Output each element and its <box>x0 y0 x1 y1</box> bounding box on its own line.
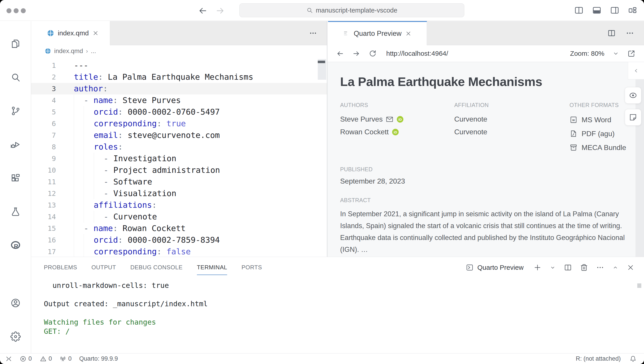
account-icon[interactable] <box>0 286 31 320</box>
source-control-icon[interactable] <box>0 94 31 128</box>
toggle-secondary-sidebar-icon[interactable] <box>610 6 620 15</box>
terminal-selector[interactable]: Quarto Preview <box>466 263 524 271</box>
code-text: orcid: 0000-0002-0760-5497 <box>63 106 220 118</box>
preview-url[interactable]: http://localhost:4964/ <box>386 50 448 57</box>
svg-text:w: w <box>572 118 575 122</box>
code-line[interactable]: 14 - Curvenote <box>31 211 327 222</box>
open-external-icon[interactable] <box>627 50 636 58</box>
panel-more-actions-icon[interactable] <box>596 263 604 271</box>
r-language-icon[interactable]: R <box>0 228 31 262</box>
code-line[interactable]: 15 - name: Rowan Cockett <box>31 222 327 234</box>
indent-guide <box>74 129 84 141</box>
close-preview-tab-icon[interactable] <box>405 30 412 37</box>
preview-forward-icon[interactable] <box>352 50 360 58</box>
annotate-button[interactable] <box>625 109 641 126</box>
customize-layout-icon[interactable] <box>628 6 637 15</box>
code-editor[interactable]: 1---2title: La Palma Earthquake Mechanis… <box>31 57 327 257</box>
explorer-icon[interactable] <box>0 27 31 61</box>
tab-index-qmd[interactable]: index.qmd <box>36 21 110 45</box>
indent-guide <box>84 106 94 118</box>
indent-guide <box>74 211 84 222</box>
code-line[interactable]: 7 email: steve@curvenote.com <box>31 129 327 141</box>
r-session-status[interactable]: R: (not attached) <box>576 355 621 362</box>
orcid-icon[interactable]: iD <box>396 116 404 123</box>
code-line[interactable]: 2title: La Palma Earthquake Mechanisms <box>31 71 327 83</box>
kill-terminal-trash-icon[interactable] <box>580 263 588 271</box>
author-row: Rowan CockettiD <box>340 126 454 138</box>
minimize-window-button[interactable] <box>14 8 18 13</box>
quarto-version[interactable]: Quarto: 99.9.9 <box>79 355 118 362</box>
close-window-button[interactable] <box>6 8 12 13</box>
panel-tab-terminal[interactable]: TERMINAL <box>197 257 227 278</box>
search-sidebar-icon[interactable] <box>0 61 31 94</box>
settings-gear-icon[interactable] <box>0 320 31 353</box>
code-line[interactable]: 10 - Project administration <box>31 164 327 176</box>
testing-icon[interactable] <box>0 195 31 228</box>
editor-scrollbar[interactable] <box>318 59 326 80</box>
preview-scrollbar[interactable] <box>636 80 644 257</box>
zoom-level[interactable]: Zoom: 80% <box>570 50 604 57</box>
pdf-icon <box>570 130 578 138</box>
breadcrumb-file[interactable]: index.qmd <box>54 48 83 55</box>
history-back-button[interactable] <box>198 6 208 16</box>
panel-tab-output[interactable]: OUTPUT <box>92 257 116 278</box>
status-bar: 0 0 0 Quarto: 99.9.9 R: (not attached) <box>0 353 644 364</box>
terminal-scrollbar[interactable] <box>637 283 641 288</box>
panel-tab-ports[interactable]: PORTS <box>242 257 262 278</box>
ports-indicator[interactable]: 0 <box>60 355 72 362</box>
panel-tab-debug-console[interactable]: DEBUG CONSOLE <box>130 257 182 278</box>
new-terminal-icon[interactable] <box>534 263 542 271</box>
close-tab-icon[interactable] <box>92 30 99 37</box>
collapse-panel-chevron[interactable] <box>628 62 644 80</box>
code-line[interactable]: 16 orcid: 0000-0002-7859-8394 <box>31 234 327 246</box>
breadcrumb[interactable]: index.qmd › ... <box>31 45 327 57</box>
toggle-primary-sidebar-icon[interactable] <box>574 6 584 15</box>
toggle-panel-icon[interactable] <box>592 6 602 15</box>
run-and-debug-icon[interactable] <box>0 128 31 161</box>
tab-quarto-preview[interactable]: Quarto Preview <box>328 21 427 45</box>
panel-tab-problems[interactable]: PROBLEMS <box>44 257 77 278</box>
close-panel-icon[interactable] <box>626 263 634 271</box>
code-line[interactable]: 17 corresponding: false <box>31 246 327 257</box>
code-line[interactable]: 9 - Investigation <box>31 153 327 164</box>
code-line[interactable]: 5 orcid: 0000-0002-0760-5497 <box>31 106 327 118</box>
code-line[interactable]: 6 corresponding: true <box>31 118 327 129</box>
split-editor-icon[interactable] <box>607 29 616 37</box>
zoom-window-button[interactable] <box>21 8 26 13</box>
history-forward-button[interactable] <box>215 6 225 16</box>
refresh-icon[interactable] <box>368 50 377 58</box>
editor-more-actions-icon[interactable] <box>309 29 317 37</box>
split-terminal-icon[interactable] <box>564 263 572 271</box>
code-line[interactable]: 11 - Software <box>31 176 327 188</box>
code-line[interactable]: 12 - Visualization <box>31 188 327 199</box>
terminal-dropdown-chevron-icon[interactable] <box>550 264 556 271</box>
breadcrumb-more[interactable]: ... <box>91 48 96 55</box>
editor-scrollbar-thumb[interactable] <box>318 61 325 63</box>
line-number: 10 <box>31 164 63 176</box>
problems-indicator[interactable]: 0 0 <box>20 355 52 362</box>
chevron-down-icon[interactable] <box>612 50 619 57</box>
code-line[interactable]: 1--- <box>31 60 327 71</box>
visual-mode-button[interactable] <box>625 87 641 104</box>
remote-indicator[interactable] <box>5 355 12 362</box>
code-line[interactable]: 8 roles: <box>31 141 327 153</box>
code-line[interactable]: 4 - name: Steve Purves <box>31 95 327 106</box>
orcid-icon[interactable]: iD <box>392 129 399 136</box>
editor-group: index.qmd index.qmd <box>31 21 327 257</box>
code-text: - Visualization <box>63 188 176 199</box>
format-pdf[interactable]: PDF (agu) <box>570 127 644 141</box>
format-meca[interactable]: MECA Bundle <box>570 141 644 154</box>
notifications-bell[interactable] <box>630 355 636 362</box>
preview-back-icon[interactable] <box>336 50 344 58</box>
code-line[interactable]: 3author: <box>31 83 327 95</box>
command-center-search[interactable]: manuscript-template-vscode <box>240 3 464 17</box>
code-line[interactable]: 13 affiliations: <box>31 199 327 211</box>
extensions-icon[interactable] <box>0 161 31 195</box>
code-token: Investigation <box>113 154 176 163</box>
code-token: Rowan Cockett <box>122 224 186 233</box>
terminal-output[interactable]: unroll-markdown-cells: true Output creat… <box>31 278 644 353</box>
code-token: Curvenote <box>113 212 157 221</box>
maximize-panel-chevron-icon[interactable] <box>612 264 618 271</box>
email-icon[interactable] <box>386 116 394 123</box>
more-actions-icon[interactable] <box>626 29 634 37</box>
